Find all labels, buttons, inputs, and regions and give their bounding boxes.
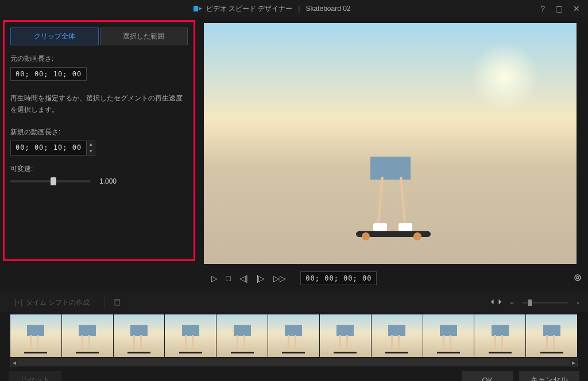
thumbnail-frame[interactable] bbox=[526, 314, 577, 357]
next-frame-button[interactable]: |▷ bbox=[257, 274, 265, 283]
app-icon bbox=[194, 4, 203, 13]
plus-icon: [+] bbox=[14, 298, 22, 306]
titlebar-buttons: ? ▢ ✕ bbox=[538, 3, 582, 14]
title-separator: | bbox=[298, 5, 300, 13]
speed-value: 1.000 bbox=[99, 177, 117, 185]
scroll-thumb[interactable] bbox=[18, 359, 570, 366]
settings-panel: クリップ全体 選択した範囲 元の動画長さ: 00; 00; 10; 00 再生時… bbox=[3, 20, 195, 261]
mark-in-out-button[interactable] bbox=[491, 298, 501, 307]
preview-frame bbox=[204, 23, 577, 264]
play-button[interactable]: ▷ bbox=[211, 274, 218, 283]
app-title: ビデオ スピード デザイナー bbox=[206, 4, 293, 14]
new-length-spinner: ▲ ▼ bbox=[87, 141, 95, 155]
zoom-in-icon[interactable]: ▫ bbox=[577, 298, 579, 306]
thumbnail-frame[interactable] bbox=[372, 314, 423, 357]
scroll-right-button[interactable]: ▶ bbox=[570, 359, 577, 367]
close-button[interactable]: ✕ bbox=[571, 3, 582, 14]
svg-rect-0 bbox=[194, 6, 198, 11]
horizontal-scrollbar[interactable]: ◀ ▶ bbox=[10, 358, 578, 367]
titlebar: ビデオ スピード デザイナー | Skateboard 02 ? ▢ ✕ bbox=[0, 0, 588, 17]
prev-frame-button[interactable]: ◁| bbox=[239, 274, 248, 283]
speed-label: 可変速: bbox=[10, 164, 188, 174]
toolbar-divider bbox=[104, 297, 105, 308]
spin-down-button[interactable]: ▼ bbox=[87, 148, 95, 155]
tab-clip-full[interactable]: クリップ全体 bbox=[10, 28, 99, 45]
svg-marker-1 bbox=[199, 7, 202, 10]
cancel-button[interactable]: キャンセル bbox=[519, 371, 579, 381]
thumbnail-frame[interactable] bbox=[10, 314, 61, 357]
delete-button[interactable] bbox=[113, 298, 121, 308]
reset-button[interactable]: リセット bbox=[9, 371, 61, 381]
tabs: クリップ全体 選択した範囲 bbox=[10, 28, 188, 45]
svg-rect-4 bbox=[115, 300, 119, 305]
playback-controls: ▷ □ ◁| |▷ ▷▷ 00; 00; 00; 00 bbox=[0, 264, 588, 293]
thumbnail-frame[interactable] bbox=[114, 314, 165, 357]
thumbnail-frame[interactable] bbox=[62, 314, 113, 357]
speed-slider-thumb[interactable] bbox=[51, 177, 56, 185]
scroll-left-button[interactable]: ◀ bbox=[11, 359, 18, 367]
spin-up-button[interactable]: ▲ bbox=[87, 141, 95, 148]
zoom-slider[interactable] bbox=[523, 302, 568, 304]
instructions-text: 再生時間を指定するか、選択したセグメントの再生速度を選択します。 bbox=[10, 92, 188, 116]
svg-marker-6 bbox=[491, 300, 493, 304]
ok-button[interactable]: OK bbox=[462, 371, 513, 381]
new-length-label: 新規の動画長さ: bbox=[10, 127, 188, 137]
svg-point-2 bbox=[575, 275, 581, 281]
create-timeshift-label: タイム シフトの作成 bbox=[26, 298, 90, 308]
titlebar-title-group: ビデオ スピード デザイナー | Skateboard 02 bbox=[6, 4, 538, 14]
preview-viewport bbox=[204, 23, 577, 264]
thumbnail-frame[interactable] bbox=[423, 314, 474, 357]
playback-timecode[interactable]: 00; 00; 00; 00 bbox=[300, 271, 377, 285]
new-length-input[interactable]: 00; 00; 10; 00 bbox=[10, 141, 87, 155]
settings-button[interactable] bbox=[573, 273, 582, 284]
svg-marker-9 bbox=[499, 300, 501, 304]
zoom-slider-thumb[interactable] bbox=[528, 300, 532, 306]
thumbnail-frame[interactable] bbox=[216, 314, 268, 357]
tab-selected-range[interactable]: 選択した範囲 bbox=[100, 28, 188, 45]
thumbnail-frame[interactable] bbox=[268, 314, 319, 357]
thumbnail-frame[interactable] bbox=[320, 314, 371, 357]
stop-button[interactable]: □ bbox=[226, 274, 231, 283]
footer: リセット OK キャンセル bbox=[0, 367, 588, 381]
preview-panel bbox=[198, 17, 588, 264]
orig-length-label: 元の動画長さ: bbox=[10, 54, 188, 64]
timeline-thumbnails[interactable] bbox=[0, 312, 588, 357]
speed-slider[interactable] bbox=[10, 180, 91, 182]
orig-length-value: 00; 00; 10; 00 bbox=[10, 67, 87, 81]
thumbnail-frame[interactable] bbox=[474, 314, 525, 357]
file-name: Skateboard 02 bbox=[305, 5, 350, 13]
help-button[interactable]: ? bbox=[538, 3, 547, 14]
fast-forward-button[interactable]: ▷▷ bbox=[273, 274, 286, 283]
zoom-out-icon[interactable]: ▫▫ bbox=[510, 300, 514, 306]
svg-point-3 bbox=[577, 277, 579, 279]
create-timeshift-button: [+] タイム シフトの作成 bbox=[9, 296, 95, 310]
thumbnail-frame[interactable] bbox=[165, 314, 216, 357]
maximize-button[interactable]: ▢ bbox=[553, 3, 565, 14]
timeline-toolbar: [+] タイム シフトの作成 ▫▫ ▫ bbox=[0, 293, 588, 312]
